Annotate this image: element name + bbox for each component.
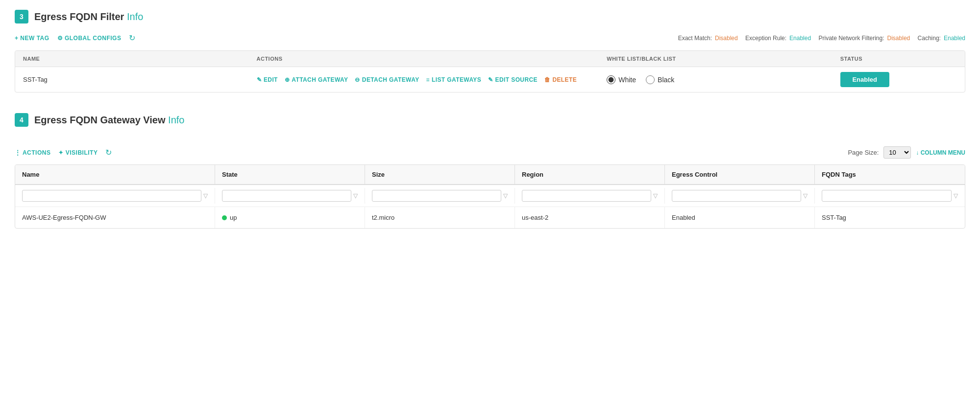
filter-size-icon: ▽ (503, 192, 508, 199)
private-network-value: Disabled (887, 35, 910, 42)
section3-table-header: NAME ACTIONS WHITE LIST/BLACK LIST STATU… (15, 51, 965, 67)
col-whitelist: WHITE LIST/BLACK LIST (607, 56, 840, 62)
attach-gateway-button[interactable]: ⊕ ATTACH GATEWAY (285, 76, 348, 83)
gw-col-name: Name (15, 165, 215, 184)
attach-icon: ⊕ (285, 76, 290, 83)
filter-region-icon: ▽ (653, 192, 658, 199)
section4-badge: 4 (15, 113, 28, 127)
exact-match-value: Disabled (715, 35, 738, 42)
white-label: White (618, 76, 636, 84)
gw-row-state: up (215, 207, 365, 228)
gw-row-name: AWS-UE2-Egress-FQDN-GW (15, 207, 215, 228)
gateway-filter-row: ▽ ▽ ▽ ▽ ▽ ▽ (15, 185, 965, 207)
gw-col-fqdn: FQDN Tags (815, 165, 965, 184)
black-radio-label[interactable]: Black (646, 75, 674, 84)
filter-name[interactable] (22, 190, 201, 202)
page-size-select[interactable]: 10 25 50 100 (883, 146, 911, 159)
section3-title: Egress FQDN Filter Info (34, 11, 143, 23)
filter-egress[interactable] (672, 190, 801, 202)
gw-col-region: Region (515, 165, 665, 184)
col-actions: ACTIONS (257, 56, 607, 62)
black-label: Black (658, 76, 674, 84)
row-actions: ✎ EDIT ⊕ ATTACH GATEWAY ⊖ DETACH GATEWAY… (257, 76, 607, 83)
filter-name-icon: ▽ (203, 192, 208, 199)
visibility-button[interactable]: ✦ VISIBILITY (58, 149, 98, 156)
refresh-button-section3[interactable]: ↻ (129, 33, 135, 43)
exception-rule-label: Exception Rule: (745, 35, 786, 42)
gw-col-state: State (215, 165, 365, 184)
enabled-button[interactable]: Enabled (840, 72, 889, 87)
column-menu-button[interactable]: ↓ COLUMN MENU (916, 149, 965, 156)
black-radio[interactable] (646, 75, 655, 84)
list-gateways-button[interactable]: ≡ LIST GATEWAYS (426, 76, 482, 83)
private-network-label: Private Network Filtering: (818, 35, 884, 42)
table-row: AWS-UE2-Egress-FQDN-GW up t2.micro us-ea… (15, 207, 965, 228)
filter-state[interactable] (222, 190, 351, 202)
filter-size[interactable] (372, 190, 501, 202)
section4-info-link[interactable]: Info (168, 115, 184, 125)
col-name: NAME (23, 56, 257, 62)
page-size-label: Page Size: (848, 149, 879, 156)
edit-button[interactable]: ✎ EDIT (257, 76, 278, 83)
refresh-button-section4[interactable]: ↻ (105, 148, 112, 157)
edit-source-button[interactable]: ✎ EDIT SOURCE (488, 76, 538, 83)
gateway-table: Name State Size Region Egress Control FQ… (15, 164, 965, 229)
exception-rule-value: Enabled (789, 35, 811, 42)
caching-value: Enabled (944, 35, 965, 42)
gw-col-size: Size (365, 165, 515, 184)
delete-button[interactable]: 🗑 DELETE (544, 76, 577, 83)
gw-row-region: us-east-2 (515, 207, 665, 228)
status-cell: Enabled (840, 72, 957, 87)
filter-fqdn[interactable] (822, 190, 952, 202)
white-radio-label[interactable]: White (607, 75, 636, 84)
whitelist-cell: White Black (607, 75, 840, 84)
gw-row-egress: Enabled (665, 207, 815, 228)
gw-row-fqdn: SST-Tag (815, 207, 965, 228)
white-radio[interactable] (607, 75, 615, 84)
filter-fqdn-icon: ▽ (954, 192, 958, 199)
gw-row-size: t2.micro (365, 207, 515, 228)
state-dot-up (222, 215, 227, 220)
edit-icon: ✎ (257, 76, 262, 83)
section3-info-link[interactable]: Info (127, 11, 143, 22)
actions-button[interactable]: ⋮ ACTIONS (15, 149, 50, 156)
filter-region[interactable] (522, 190, 651, 202)
detach-icon: ⊖ (355, 76, 360, 83)
row-name: SST-Tag (23, 76, 257, 83)
filter-state-icon: ▽ (353, 192, 358, 199)
section4-title: Egress FQDN Gateway View Info (34, 115, 184, 126)
gateway-table-header: Name State Size Region Egress Control FQ… (15, 165, 965, 185)
global-configs-button[interactable]: ⚙ GLOBAL CONFIGS (57, 35, 122, 42)
exact-match-label: Exact Match: (678, 35, 712, 42)
list-icon: ≡ (426, 76, 430, 83)
col-status: STATUS (840, 56, 957, 62)
delete-icon: 🗑 (544, 76, 550, 83)
gw-col-egress: Egress Control (665, 165, 815, 184)
section3-toolbar: + NEW TAG ⚙ GLOBAL CONFIGS ↻ Exact Match… (15, 33, 965, 43)
new-tag-button[interactable]: + NEW TAG (15, 35, 49, 42)
table-row: SST-Tag ✎ EDIT ⊕ ATTACH GATEWAY ⊖ DETACH… (15, 67, 965, 92)
section3-table: NAME ACTIONS WHITE LIST/BLACK LIST STATU… (15, 50, 965, 93)
filter-egress-icon: ▽ (803, 192, 808, 199)
section3-badge: 3 (15, 10, 28, 23)
detach-gateway-button[interactable]: ⊖ DETACH GATEWAY (355, 76, 419, 83)
section4-toolbar: ⋮ ACTIONS ✦ VISIBILITY ↻ Page Size: 10 2… (15, 146, 965, 159)
caching-label: Caching: (918, 35, 941, 42)
source-icon: ✎ (488, 76, 493, 83)
